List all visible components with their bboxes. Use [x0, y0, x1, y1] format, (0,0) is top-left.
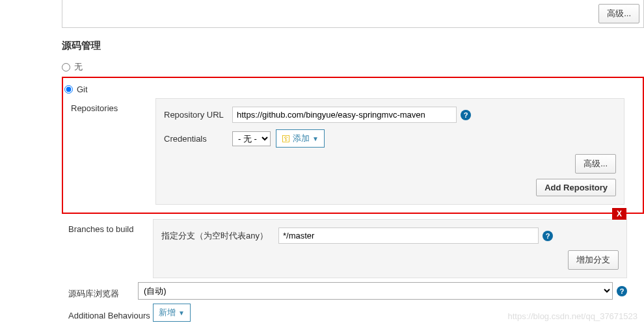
help-icon[interactable]: ?	[461, 110, 471, 120]
scm-none-radio[interactable]	[62, 63, 70, 72]
branch-spec-label: 指定分支（为空时代表any）	[161, 230, 278, 242]
help-icon[interactable]: ?	[617, 286, 627, 296]
key-icon: ⚿	[282, 134, 290, 144]
git-highlight: Git Repositories ? Repository URL ? Cred…	[62, 77, 644, 214]
chevron-down-icon: ▼	[312, 135, 319, 142]
repo-url-label: Repository URL	[164, 110, 232, 120]
help-icon[interactable]: ?	[543, 231, 553, 241]
watermark: https://blog.csdn.net/qq_37671523	[508, 311, 638, 321]
browser-label: 源码库浏览器	[62, 283, 138, 300]
branches-label: Branches to build	[62, 219, 153, 278]
browser-select[interactable]: (自动)	[138, 282, 613, 300]
repositories-label: Repositories	[64, 98, 155, 205]
repo-url-input[interactable]	[232, 107, 457, 123]
behaviours-label: Additional Behaviours	[62, 306, 153, 320]
add-credentials-button[interactable]: ⚿ 添加 ▼	[276, 129, 325, 148]
repositories-panel: Repository URL ? Credentials - 无 - ⚿ 添加 …	[155, 98, 624, 205]
branches-panel: X 指定分支（为空时代表any） ? 增加分支	[153, 219, 627, 278]
delete-branch-button[interactable]: X	[612, 208, 626, 220]
repo-advanced-button[interactable]: 高级...	[575, 154, 616, 174]
advanced-top-button[interactable]: 高级...	[598, 4, 639, 23]
add-behaviour-button[interactable]: 新增 ▼	[153, 304, 191, 322]
chevron-down-icon: ▼	[178, 309, 185, 317]
add-repository-button[interactable]: Add Repository	[536, 179, 616, 196]
branch-spec-input[interactable]	[278, 228, 539, 244]
scm-git-radio[interactable]	[64, 85, 73, 94]
scm-git-label: Git	[77, 84, 88, 94]
add-branch-button[interactable]: 增加分支	[568, 250, 619, 270]
credentials-select[interactable]: - 无 -	[232, 131, 271, 146]
section-title: 源码管理	[62, 40, 644, 52]
scm-none-label: 无	[74, 61, 83, 73]
credentials-label: Credentials	[164, 134, 232, 144]
